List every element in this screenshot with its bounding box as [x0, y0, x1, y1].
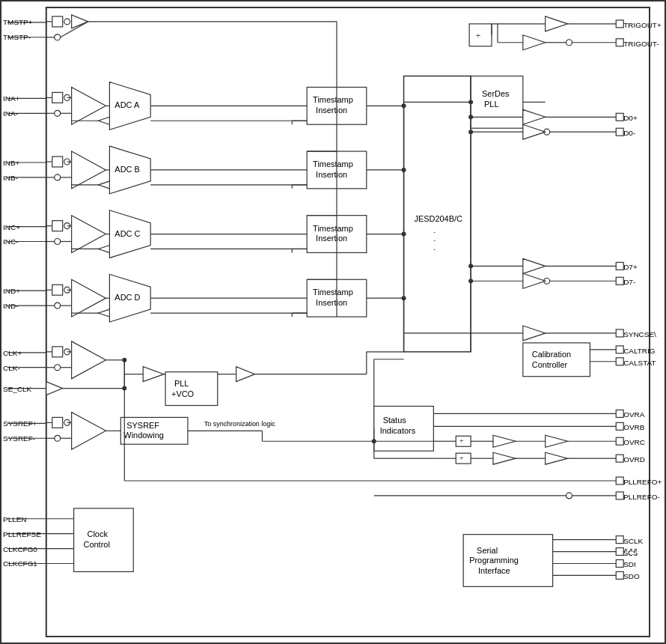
timestamp-c-label: Timestamp: [313, 224, 353, 233]
svg-point-245: [468, 264, 473, 268]
calstat-label: CALSTAT: [623, 359, 656, 367]
d0-plus-label: D0+: [623, 114, 638, 122]
svg-point-254: [402, 296, 406, 300]
svg-rect-210: [456, 453, 471, 464]
d7-minus-label: D7-: [623, 278, 635, 286]
serial-prog-label2: Programming: [469, 556, 519, 565]
sysref-windowing-label: SYSREF: [126, 421, 159, 430]
sclk-label: SCLK: [623, 537, 643, 545]
svg-rect-230: [616, 536, 623, 544]
svg-rect-176: [616, 113, 623, 121]
svg-point-80: [55, 365, 61, 371]
svg-rect-222: [616, 492, 623, 499]
svg-point-253: [402, 232, 406, 237]
pll-vco-label2: +VCO: [171, 389, 194, 398]
serial-prog-label3: Interface: [478, 566, 510, 575]
timestamp-d-label: Timestamp: [313, 288, 353, 297]
svg-rect-216: [616, 455, 623, 462]
divider-c-label: ÷: [459, 437, 463, 445]
trigout-minus-label: TRIGOUT-: [623, 40, 659, 48]
serdes-pll-label: SerDes: [482, 89, 510, 98]
svg-text:.: .: [433, 225, 436, 234]
syncse-label: SYNCSE\: [623, 330, 656, 338]
to-sync-label: To synchronization logic: [204, 420, 275, 428]
trigout-plus-label: TRIGOUT+: [623, 21, 662, 29]
svg-rect-60: [52, 285, 63, 295]
svg-rect-165: [616, 20, 623, 28]
svg-rect-181: [616, 128, 623, 136]
adc-c-label: ADC C: [114, 229, 140, 238]
ovrc-label: OVRC: [623, 438, 645, 446]
svg-point-166: [566, 40, 572, 46]
svg-rect-234: [616, 560, 623, 568]
svg-rect-202: [456, 436, 471, 446]
cal-ctrl-label2: Controller: [532, 360, 568, 369]
timestamp-a-label: Timestamp: [313, 95, 353, 104]
svg-rect-100: [52, 417, 63, 428]
svg-point-32: [55, 174, 61, 180]
svg-point-104: [55, 435, 61, 441]
divider-label: ÷: [476, 31, 480, 40]
svg-point-64: [55, 303, 61, 309]
svg-point-251: [402, 103, 406, 108]
svg-point-4: [64, 19, 70, 25]
svg-rect-236: [616, 571, 623, 579]
scs-label: S̄C̄S̄: [623, 549, 638, 557]
svg-point-244: [468, 130, 473, 134]
svg-text:.: .: [433, 234, 436, 243]
d7-plus-label: D7+: [623, 263, 638, 271]
sdi-label: SDI: [623, 560, 636, 568]
adc-a-label: ADC A: [114, 100, 140, 109]
svg-rect-190: [616, 277, 623, 285]
divider-d-label: ÷: [459, 455, 463, 462]
svg-rect-218: [616, 477, 623, 484]
d0-minus-label: D0-: [623, 129, 635, 137]
svg-rect-198: [616, 410, 623, 417]
svg-rect-200: [616, 422, 623, 430]
pllrefo-minus-label: PLLREFO-: [623, 493, 660, 501]
serdes-pll-label2: PLL: [484, 100, 498, 109]
svg-point-243: [468, 115, 473, 119]
ovrd-label: OVRD: [623, 455, 645, 464]
tmstp-plus-label: TMSTP+: [3, 18, 33, 26]
svg-rect-185: [616, 262, 623, 270]
svg-rect-232: [616, 548, 623, 556]
diagram-container: TMSTP+ TMSTP- INA+ INA- ADC A INB+ INB-: [0, 0, 666, 644]
jesd-label: JESD204B/C: [414, 214, 462, 223]
svg-rect-2: [52, 16, 63, 27]
clock-control-label: Clock: [88, 529, 109, 538]
svg-point-252: [402, 168, 406, 172]
svg-rect-193: [616, 346, 623, 353]
svg-rect-208: [616, 437, 623, 445]
svg-point-48: [55, 239, 61, 245]
timestamp-b-label2: Insertion: [316, 170, 347, 179]
svg-rect-28: [52, 157, 63, 167]
ovra-label: OVRA: [623, 410, 645, 419]
svg-rect-151: [616, 329, 623, 337]
svg-rect-172: [616, 39, 623, 46]
svg-point-16: [55, 110, 61, 116]
svg-point-246: [468, 279, 473, 283]
svg-point-242: [468, 100, 473, 104]
svg-rect-44: [52, 221, 63, 231]
tmstp-minus-label: TMSTP-: [3, 33, 31, 41]
adc-d-label: ADC D: [114, 293, 140, 302]
svg-rect-12: [52, 92, 63, 103]
sdo-label: SDO: [623, 572, 640, 580]
timestamp-b-label: Timestamp: [313, 160, 353, 168]
clock-control-label2: Control: [84, 540, 110, 549]
adc-b-label: ADC B: [114, 165, 139, 174]
pll-vco-label: PLL: [174, 379, 189, 388]
status-ind-label: Status: [383, 416, 407, 425]
svg-point-220: [566, 493, 572, 499]
svg-text:.: .: [433, 243, 436, 252]
timestamp-a-label2: Insertion: [316, 106, 347, 115]
svg-rect-76: [52, 347, 63, 357]
cal-ctrl-label: Calibration: [532, 350, 571, 359]
ovrb-label: OVRB: [623, 423, 645, 431]
serial-prog-label: Serial: [477, 546, 498, 555]
sysref-windowing-label2: Windowing: [123, 431, 164, 440]
timestamp-d-label2: Insertion: [316, 298, 347, 307]
svg-rect-195: [616, 358, 623, 365]
caltrig-label: CALTRIG: [623, 347, 655, 355]
